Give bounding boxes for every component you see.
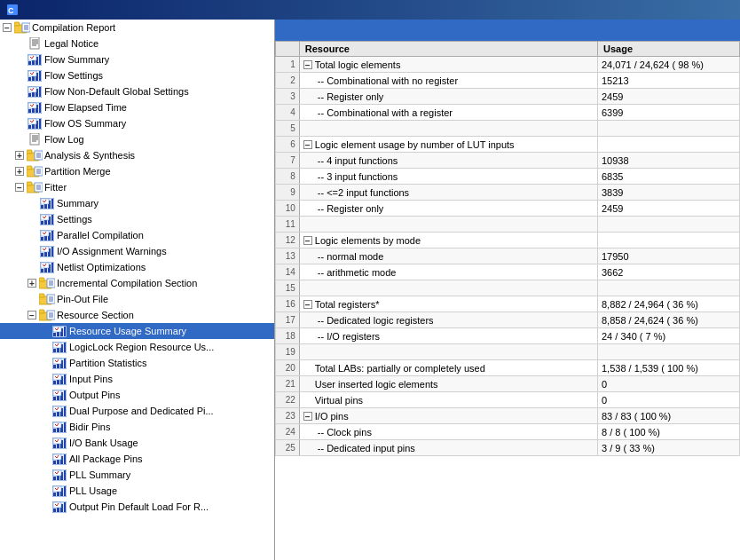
expand-icon-19[interactable]: − <box>27 310 37 320</box>
resource-cell: -- 3 input functions <box>299 169 597 185</box>
tree-item-5[interactable]: Flow Non-Default Global Settings <box>0 83 274 99</box>
tree-item-3[interactable]: Flow Summary <box>0 51 274 67</box>
node-icon-31 <box>51 501 67 513</box>
tree-item-29[interactable]: PLL Summary <box>0 467 274 483</box>
resource-cell: -- arithmetic mode <box>299 264 597 280</box>
row-number: 14 <box>276 264 300 280</box>
expand-icon-17[interactable]: + <box>27 278 37 288</box>
expand-icon-13 <box>27 214 37 225</box>
tree-item-24[interactable]: Output Pins <box>0 387 274 403</box>
table-row: 5 <box>276 121 740 137</box>
row-number: 7 <box>276 153 300 169</box>
resource-cell: -- normal mode <box>299 248 597 264</box>
table-row: 15 <box>276 280 740 296</box>
expand-icon-1[interactable]: − <box>2 22 12 33</box>
tree-item-31[interactable]: Output Pin Default Load For R... <box>0 499 274 515</box>
table-row: 11 <box>276 217 740 233</box>
svg-rect-218 <box>64 486 66 496</box>
usage-cell: 15213 <box>598 73 740 89</box>
usage-cell: 8,882 / 24,964 ( 36 %) <box>598 296 740 312</box>
tree-item-23[interactable]: Input Pins <box>0 371 274 387</box>
table-row: 16−Total registers*8,882 / 24,964 ( 36 %… <box>276 296 740 312</box>
expand-icon-30 <box>39 485 50 496</box>
svg-rect-33 <box>39 87 41 97</box>
tree-item-6[interactable]: Flow Elapsed Time <box>0 99 274 115</box>
tree-item-10[interactable]: + Partition Merge <box>0 163 274 179</box>
tree-item-20[interactable]: Resource Usage Summary <box>0 323 274 339</box>
table-row: 12−Logic elements by mode <box>276 233 740 248</box>
svg-rect-65 <box>27 166 32 170</box>
usage-cell: 0 <box>598 376 740 392</box>
tree-item-4[interactable]: Flow Settings <box>0 67 274 83</box>
tree-item-26[interactable]: Bidir Pins <box>0 419 274 435</box>
tree-item-25[interactable]: Dual Purpose and Dedicated Pi... <box>0 403 274 419</box>
node-icon-9 <box>27 149 43 162</box>
tree-item-8[interactable]: Flow Log <box>0 131 274 147</box>
expand-icon-11[interactable]: − <box>14 182 25 193</box>
tree-item-15[interactable]: I/O Assignment Warnings <box>0 243 274 259</box>
tree-item-17[interactable]: + Incremental Compilation Section <box>0 275 274 291</box>
node-icon-17 <box>39 277 55 289</box>
tree-item-1[interactable]: − Compilation Report <box>0 20 274 35</box>
row-number: 12 <box>276 233 300 248</box>
table-row: 7-- 4 input functions10938 <box>276 153 740 169</box>
tree-item-7[interactable]: Flow OS Summary <box>0 115 274 131</box>
svg-rect-88 <box>51 215 53 225</box>
col-resource-header: Resource <box>299 42 597 57</box>
table-row: 18-- I/O registers24 / 340 ( 7 %) <box>276 328 740 344</box>
right-panel: Resource Usage 1−Total logic elements24,… <box>275 20 740 560</box>
table-row: 1−Total logic elements24,071 / 24,624 ( … <box>276 57 740 73</box>
svg-rect-202 <box>64 454 66 464</box>
tree-item-21[interactable]: LogicLock Region Resource Us... <box>0 339 274 355</box>
tree-item-11[interactable]: − Fitter <box>0 179 274 195</box>
svg-rect-3 <box>14 22 20 26</box>
tree-item-28[interactable]: All Package Pins <box>0 451 274 467</box>
resource-cell: −Total registers* <box>299 296 597 312</box>
usage-cell: 8,858 / 24,624 ( 36 %) <box>598 312 740 328</box>
resource-cell: −Logic element usage by number of LUT in… <box>299 137 597 153</box>
svg-rect-170 <box>64 390 66 400</box>
tree-item-9[interactable]: + Analysis & Synthesis <box>0 147 274 163</box>
tree-panel[interactable]: − Compilation Report Legal Notice Flow S… <box>0 20 275 560</box>
tree-item-14[interactable]: Parallel Compilation <box>0 227 274 243</box>
tree-item-16[interactable]: Netlist Optimizations <box>0 259 274 275</box>
node-icon-11 <box>27 181 43 193</box>
tree-item-27[interactable]: I/O Bank Usage <box>0 435 274 451</box>
resource-cell: -- Combinational with no register <box>299 73 597 89</box>
usage-cell: 2459 <box>598 89 740 105</box>
node-icon-26 <box>51 421 67 433</box>
row-number: 9 <box>276 185 300 201</box>
svg-rect-167 <box>53 397 56 400</box>
tree-item-13[interactable]: Settings <box>0 211 274 227</box>
tree-item-30[interactable]: PLL Usage <box>0 483 274 499</box>
tree-item-2[interactable]: Legal Notice <box>0 35 274 51</box>
row-number: 10 <box>276 201 300 217</box>
tree-item-18[interactable]: Pin-Out File <box>0 291 274 307</box>
node-icon-20 <box>51 325 67 337</box>
table-row: 21User inserted logic elements0 <box>276 376 740 392</box>
tree-label-30: PLL Usage <box>69 485 117 496</box>
tree-label-4: Flow Settings <box>44 70 103 81</box>
resource-cell: −Total logic elements <box>299 57 597 73</box>
tree-item-22[interactable]: Partition Statistics <box>0 355 274 371</box>
tree-item-12[interactable]: Summary <box>0 195 274 211</box>
svg-rect-159 <box>53 381 56 384</box>
expand-icon-9[interactable]: + <box>14 150 25 161</box>
tree-label-1: Compilation Report <box>32 22 115 33</box>
expand-icon-10[interactable]: + <box>14 166 25 177</box>
expand-icon-28 <box>39 454 50 464</box>
usage-cell: 3 / 9 ( 33 %) <box>598 440 740 456</box>
expand-icon-26 <box>39 422 50 432</box>
node-icon-7 <box>27 117 43 130</box>
row-number: 15 <box>276 280 300 296</box>
expand-icon-25 <box>39 406 50 416</box>
svg-rect-17 <box>39 55 41 65</box>
table-row: 23−I/O pins83 / 83 ( 100 %) <box>276 408 740 424</box>
tree-item-19[interactable]: − Resource Section <box>0 307 274 323</box>
svg-rect-53 <box>30 133 39 145</box>
tree-label-16: Netlist Optimizations <box>57 262 146 272</box>
row-number: 11 <box>276 217 300 233</box>
row-number: 17 <box>276 312 300 328</box>
tree-label-29: PLL Summary <box>69 469 130 480</box>
usage-cell: 24,071 / 24,624 ( 98 %) <box>598 57 740 73</box>
